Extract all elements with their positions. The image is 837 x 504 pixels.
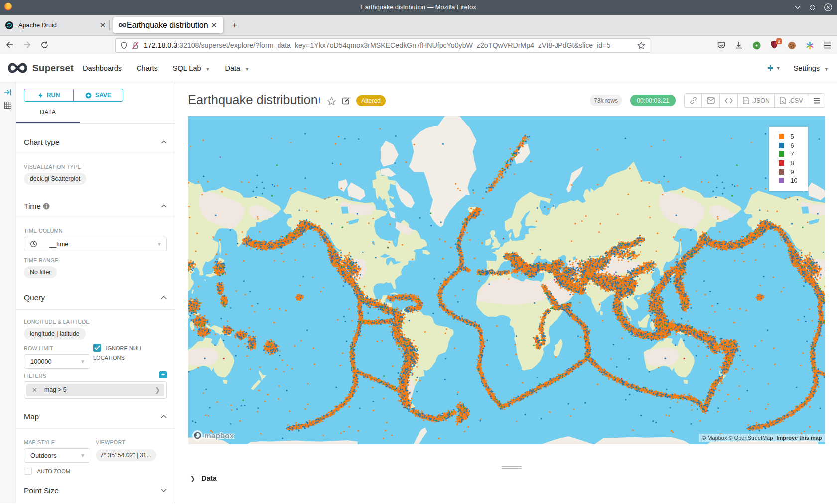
svg-text:mapbox: mapbox [204, 431, 234, 440]
